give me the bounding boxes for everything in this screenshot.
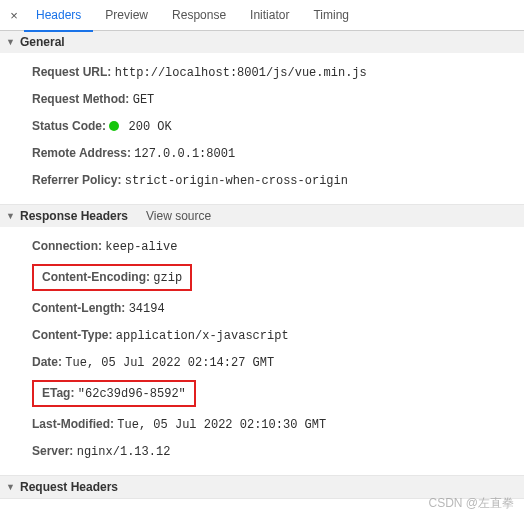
value: strict-origin-when-cross-origin — [125, 174, 348, 188]
value: application/x-javascript — [116, 329, 289, 343]
value: Tue, 05 Jul 2022 02:14:27 GMT — [65, 356, 274, 370]
tab-headers[interactable]: Headers — [24, 0, 93, 32]
value: nginx/1.13.12 — [77, 445, 171, 459]
section-header-general[interactable]: ▼ General — [0, 31, 524, 53]
label: Request Method: — [32, 92, 129, 106]
status-dot-icon — [109, 121, 119, 131]
label: Content-Encoding: — [42, 270, 150, 284]
remote-address: Remote Address: 127.0.0.1:8001 — [18, 140, 524, 167]
value: 34194 — [129, 302, 165, 316]
value: keep-alive — [105, 240, 177, 254]
view-source-link[interactable]: View source — [146, 209, 211, 223]
date: Date: Tue, 05 Jul 2022 02:14:27 GMT — [18, 349, 524, 376]
request-method: Request Method: GET — [18, 86, 524, 113]
tab-response[interactable]: Response — [160, 0, 238, 30]
value: Tue, 05 Jul 2022 02:10:30 GMT — [117, 418, 326, 432]
value: "62c39d96-8592" — [78, 387, 186, 401]
label: Request URL: — [32, 65, 111, 79]
value: http://localhost:8001/js/vue.min.js — [115, 66, 367, 80]
value: gzip — [153, 271, 182, 285]
label: Last-Modified: — [32, 417, 114, 431]
status-text: 200 OK — [129, 120, 172, 134]
value: 127.0.0.1:8001 — [134, 147, 235, 161]
tab-timing[interactable]: Timing — [301, 0, 361, 30]
label: Remote Address: — [32, 146, 131, 160]
connection: Connection: keep-alive — [18, 233, 524, 260]
highlight-box: ETag: "62c39d96-8592" — [32, 380, 196, 407]
content-type: Content-Type: application/x-javascript — [18, 322, 524, 349]
value: 200 OK — [109, 120, 171, 134]
last-modified: Last-Modified: Tue, 05 Jul 2022 02:10:30… — [18, 411, 524, 438]
label: ETag: — [42, 386, 74, 400]
referrer-policy: Referrer Policy: strict-origin-when-cros… — [18, 167, 524, 194]
content-encoding: Content-Encoding: gzip — [18, 260, 524, 295]
section-title: Request Headers — [20, 480, 118, 494]
label: Content-Type: — [32, 328, 112, 342]
response-list: Connection: keep-alive Content-Encoding:… — [0, 227, 524, 475]
section-request-headers: ▼ Request Headers — [0, 476, 524, 499]
tabs-bar: × Headers Preview Response Initiator Tim… — [0, 0, 524, 31]
general-list: Request URL: http://localhost:8001/js/vu… — [0, 53, 524, 204]
section-response-headers: ▼ Response Headers View source Connectio… — [0, 205, 524, 476]
label: Status Code: — [32, 119, 106, 133]
section-title: General — [20, 35, 65, 49]
label: Date: — [32, 355, 62, 369]
section-header-request[interactable]: ▼ Request Headers — [0, 476, 524, 498]
value: GET — [133, 93, 155, 107]
section-title: Response Headers — [20, 209, 128, 223]
chevron-down-icon: ▼ — [6, 211, 16, 221]
content-length: Content-Length: 34194 — [18, 295, 524, 322]
server: Server: nginx/1.13.12 — [18, 438, 524, 465]
close-icon[interactable]: × — [4, 8, 24, 23]
status-code: Status Code: 200 OK — [18, 113, 524, 140]
highlight-box: Content-Encoding: gzip — [32, 264, 192, 291]
label: Referrer Policy: — [32, 173, 121, 187]
label: Connection: — [32, 239, 102, 253]
tab-initiator[interactable]: Initiator — [238, 0, 301, 30]
label: Server: — [32, 444, 73, 458]
section-general: ▼ General Request URL: http://localhost:… — [0, 31, 524, 205]
section-header-response[interactable]: ▼ Response Headers View source — [0, 205, 524, 227]
tab-preview[interactable]: Preview — [93, 0, 160, 30]
label: Content-Length: — [32, 301, 125, 315]
chevron-down-icon: ▼ — [6, 482, 16, 492]
chevron-down-icon: ▼ — [6, 37, 16, 47]
etag: ETag: "62c39d96-8592" — [18, 376, 524, 411]
request-url: Request URL: http://localhost:8001/js/vu… — [18, 59, 524, 86]
